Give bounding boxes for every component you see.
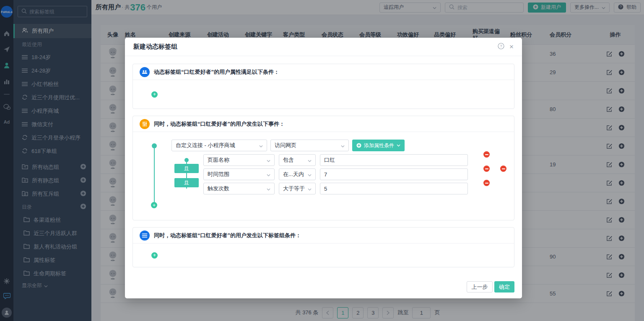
svg-text:?: ? bbox=[500, 44, 502, 48]
add-attribute-condition-icon[interactable]: + bbox=[151, 91, 158, 98]
modal-footer: 上一步 确定 bbox=[467, 281, 514, 293]
event-source-select[interactable]: 自定义连接 - 小程序商城 bbox=[171, 140, 267, 151]
attribute-section-title: 动态标签组“口红爱好者”的用户属性满足以下条件： bbox=[154, 68, 279, 76]
modal-help-icon[interactable]: ? bbox=[498, 43, 504, 51]
condition-value-input-0[interactable] bbox=[320, 154, 468, 166]
remove-condition-2-icon[interactable] bbox=[483, 180, 490, 186]
previous-step-button[interactable]: 上一步 bbox=[467, 281, 493, 293]
add-tag-group-condition-icon[interactable]: + bbox=[151, 252, 158, 259]
condition-field-select-0[interactable]: 页面名称 bbox=[203, 154, 275, 166]
list-section-icon bbox=[140, 230, 150, 241]
chevron-down-icon bbox=[259, 142, 263, 149]
event-action-value: 访问网页 bbox=[275, 142, 296, 149]
chevron-down-icon bbox=[341, 142, 345, 149]
add-event-condition-icon[interactable]: + bbox=[151, 202, 157, 208]
event-connector-line bbox=[154, 146, 155, 205]
condition-value-input-1[interactable] bbox=[320, 168, 468, 180]
event-action-select[interactable]: 访问网页 bbox=[270, 140, 349, 151]
modal-close-icon[interactable]: × bbox=[509, 43, 514, 50]
condition-node-dot bbox=[184, 158, 189, 162]
confirm-button[interactable]: 确定 bbox=[494, 281, 514, 293]
and-badge: 且 bbox=[174, 178, 199, 187]
condition-field-select-1[interactable]: 时间范围 bbox=[203, 168, 275, 180]
add-attribute-filter-label: 添加属性条件 bbox=[364, 142, 394, 149]
remove-condition-0-icon[interactable] bbox=[483, 151, 490, 158]
condition-op-select-1[interactable]: 在...天内 bbox=[279, 168, 316, 180]
app-window: FoHoLo Ad 所有用户 最近使用 18-24岁 24-28岁 小 bbox=[0, 0, 644, 321]
users-group-icon bbox=[140, 67, 150, 77]
tag-group-conditions-section: 同时，动态标签组“口红爱好者”的用户发生以下标签组条件： + bbox=[132, 227, 514, 267]
and-badge: 且 bbox=[174, 164, 199, 173]
condition-field-select-2[interactable]: 触发次数 bbox=[203, 183, 275, 194]
remove-event-group-icon[interactable] bbox=[500, 166, 506, 172]
attribute-conditions-section: 动态标签组“口红爱好者”的用户属性满足以下条件： + bbox=[132, 64, 514, 109]
remove-condition-1-icon[interactable] bbox=[483, 166, 490, 172]
event-source-value: 自定义连接 - 小程序商城 bbox=[176, 142, 235, 149]
tag-group-section-title: 同时，动态标签组“口红爱好者”的用户发生以下标签组条件： bbox=[154, 232, 301, 239]
condition-op-select-0[interactable]: 包含 bbox=[279, 154, 316, 166]
modal-title: 新建动态标签组 bbox=[133, 43, 177, 51]
event-section-title: 同时，动态标签组“口红爱好者”的用户发生以下事件： bbox=[154, 120, 285, 128]
condition-value-input-2[interactable] bbox=[320, 183, 468, 194]
add-attribute-filter-button[interactable]: 添加属性条件 bbox=[352, 140, 405, 151]
sliders-icon bbox=[140, 119, 150, 129]
modal-header: 新建动态标签组 ? × bbox=[125, 38, 522, 56]
event-conditions-section: 同时，动态标签组“口红爱好者”的用户发生以下事件： 自定义连接 - 小程序商城 … bbox=[132, 116, 514, 220]
new-dynamic-tag-group-modal: 新建动态标签组 ? × 动态标签组“口红爱好者”的用户属性满足以下条件： + bbox=[125, 38, 522, 298]
condition-op-select-2[interactable]: 大于等于 bbox=[279, 183, 316, 194]
event-node-dot bbox=[152, 143, 157, 148]
